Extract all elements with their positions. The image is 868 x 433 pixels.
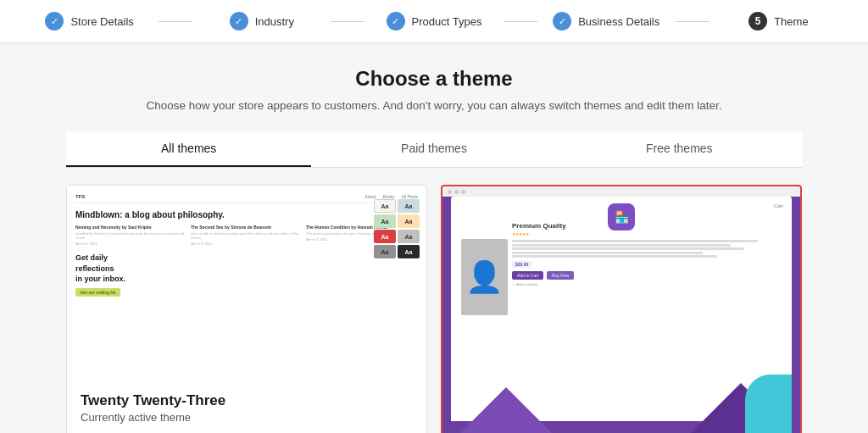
sf-line-2 (512, 244, 731, 247)
sf-premium-label: Premium Quality (512, 222, 785, 230)
step-industry: ✓ Industry (192, 12, 331, 31)
tt3-daily-text: Get dailyreflectionsin your inbox. (75, 253, 418, 285)
tt3-post-1-title: Naming and Necessity by Saul Kripke (75, 225, 187, 230)
tt3-info: Twenty Twenty-Three Currently active the… (67, 380, 426, 433)
step-theme: 5 Theme (709, 12, 848, 31)
tt3-post-2-title: The Second Sex by Simone de Beauvoir (191, 225, 303, 230)
stepper: ✓ Store Details ✓ Industry ✓ Product Typ… (0, 0, 868, 43)
step-connector-3 (504, 21, 537, 22)
tt3-posts-grid: Naming and Necessity by Saul Kripke Impe… (75, 225, 418, 246)
sf-btn-row: Add to Cart Buy Now (512, 271, 785, 280)
sf-price-row: $20.00 (512, 261, 785, 268)
theme-card-storefront: 🏪 Cart 👤 Premium Quality ★★★★★ (441, 185, 802, 433)
tt3-daily-section: Get dailyreflectionsin your inbox. Join … (75, 253, 418, 297)
sf-price-badge: $20.00 (512, 261, 531, 268)
sf-browser-bar (442, 186, 800, 197)
step-label-product-types: Product Types (412, 15, 482, 28)
tab-free-themes[interactable]: Free themes (557, 131, 802, 167)
sf-add-to-cart-btn: Add to Cart (512, 271, 543, 280)
swatch-2: Aa (398, 199, 420, 213)
tt3-logo: TFS (75, 194, 85, 199)
swatch-4: Aa (398, 214, 420, 228)
sf-line-3 (512, 247, 744, 250)
sf-desc-lines (512, 240, 785, 258)
sf-wishlist: ☆ Add to wishlist (512, 282, 785, 286)
theme-preview-storefront: 🏪 Cart 👤 Premium Quality ★★★★★ (442, 186, 800, 433)
swatch-1: Aa (374, 199, 396, 213)
sf-text-block: Premium Quality ★★★★★ $20.00 (512, 222, 785, 286)
step-label-industry: Industry (255, 15, 294, 28)
tt3-swatches: Aa Aa Aa Aa Aa Aa Aa Aa (374, 199, 420, 258)
theme-card-twenty-twenty-three: TFS About Books All Posts Mindblown: a b… (66, 185, 427, 433)
step-product-types: ✓ Product Types (364, 12, 503, 31)
step-icon-theme: 5 (748, 12, 767, 31)
sf-buy-now-btn: Buy Now (547, 271, 574, 280)
step-business-details: ✓ Business Details (537, 12, 676, 31)
swatch-7: Aa (374, 245, 396, 258)
tt3-cta-label: Join our mailing list (75, 288, 120, 297)
step-connector-1 (159, 21, 192, 22)
step-connector-4 (676, 21, 709, 22)
sf-mountain-shape-1 (459, 387, 553, 433)
tt3-post-1-date: March 9, 2021 (75, 241, 187, 246)
tt3-post-2-date: March 9, 2021 (191, 241, 303, 246)
tt3-status: Currently active theme (81, 411, 413, 424)
step-label-store-details: Store Details (70, 15, 133, 28)
tt3-post-2-meta: Over a walk on the finest pretty, again … (191, 231, 303, 240)
sf-dot-1 (448, 190, 452, 194)
tt3-header: TFS About Books All Posts (75, 194, 418, 203)
sf-line-1 (512, 240, 758, 242)
sf-inner: 🏪 Cart 👤 Premium Quality ★★★★★ (451, 197, 792, 433)
theme-tabs: All themes Paid themes Free themes (66, 131, 802, 168)
themes-grid: TFS About Books All Posts Mindblown: a b… (66, 185, 802, 433)
tt3-post-1-meta: Impelled by the kind of promise this dom… (75, 231, 187, 240)
swatch-6: Aa (398, 230, 420, 243)
swatch-8: Aa (398, 245, 420, 258)
page-heading: Choose a theme Choose how your store app… (66, 67, 802, 114)
tt3-post-1: Naming and Necessity by Saul Kripke Impe… (75, 225, 187, 246)
step-icon-product-types: ✓ (387, 12, 405, 31)
tab-all-themes[interactable]: All themes (66, 131, 311, 167)
page-title: Choose a theme (66, 67, 802, 91)
tt3-hero-text: Mindblown: a blog about philosophy. (75, 210, 418, 219)
sf-stars: ★★★★★ (512, 231, 785, 236)
main-content: Choose a theme Choose how your store app… (53, 43, 815, 433)
tab-paid-themes[interactable]: Paid themes (311, 131, 556, 167)
tt3-post-2: The Second Sex by Simone de Beauvoir Ove… (191, 225, 303, 246)
step-icon-business-details: ✓ (553, 12, 571, 31)
step-store-details: ✓ Store Details (20, 12, 159, 31)
sf-person-icon: 👤 (465, 259, 504, 295)
theme-preview-tt3: TFS About Books All Posts Mindblown: a b… (67, 186, 426, 380)
step-connector-2 (331, 21, 364, 22)
sf-dot-3 (461, 190, 465, 194)
swatch-3: Aa (374, 214, 396, 228)
sf-line-4 (512, 252, 703, 254)
step-label-theme: Theme (774, 15, 808, 28)
sf-cyan-accent (745, 375, 792, 433)
step-label-business-details: Business Details (578, 15, 659, 28)
step-icon-store-details: ✓ (45, 12, 64, 31)
page-subtitle: Choose how your store appears to custome… (66, 97, 802, 114)
sf-dot-2 (454, 190, 459, 194)
sf-cart-label: Cart (774, 203, 783, 208)
step-icon-industry: ✓ (230, 12, 248, 31)
swatch-5: Aa (374, 230, 396, 243)
sf-product-image: 👤 (461, 239, 508, 315)
tt3-name: Twenty Twenty-Three (81, 392, 413, 409)
sf-line-5 (512, 255, 717, 258)
